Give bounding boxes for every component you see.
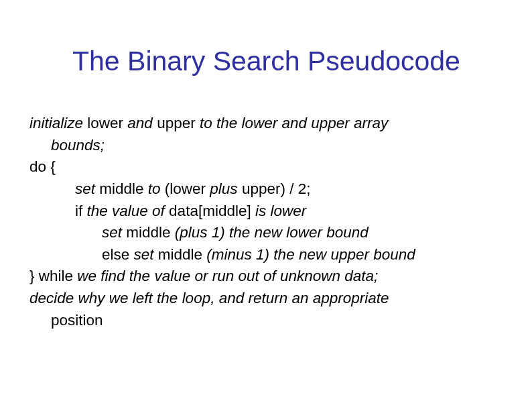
pseudocode-line-10: position: [29, 310, 503, 332]
kw-set: set: [102, 224, 122, 241]
kw-to: to: [148, 180, 161, 197]
pseudocode-line-3: do {: [29, 156, 503, 178]
txt: }: [29, 268, 39, 284]
kw-set: set: [134, 246, 154, 263]
kw-if: if: [75, 203, 87, 219]
kw-initialize: initialize: [29, 115, 83, 131]
kw-while: while: [39, 268, 78, 284]
kw-else: else: [102, 246, 134, 263]
txt: do {: [29, 158, 56, 175]
pseudocode-line-8: } while we find the value or run out of …: [29, 266, 503, 288]
slide: The Binary Search Pseudocode initialize …: [0, 0, 532, 399]
txt-ital: we find the value or run out of unknown …: [77, 268, 378, 284]
txt: (lower: [161, 180, 210, 197]
pseudocode-line-2: bounds;: [29, 135, 503, 157]
txt-ital: to the lower and upper array: [200, 115, 388, 131]
txt: middle: [154, 246, 207, 263]
txt: lower: [83, 115, 127, 131]
pseudocode-line-6: set middle (plus 1) the new lower bound: [29, 222, 503, 244]
kw-plus: plus: [210, 180, 237, 197]
pseudocode-line-5: if the value of data[middle] is lower: [29, 201, 503, 223]
txt: data[middle]: [169, 203, 255, 219]
txt-ital: the value of: [87, 203, 170, 219]
pseudocode-body: initialize lower and upper to the lower …: [29, 113, 503, 331]
txt-ital: (plus 1) the new lower bound: [175, 224, 369, 241]
txt: middle: [122, 224, 175, 241]
txt-ital: is lower: [255, 203, 306, 219]
kw-set: set: [75, 180, 95, 197]
kw-and: and: [127, 115, 153, 131]
txt-ital: bounds;: [51, 137, 105, 154]
pseudocode-line-1: initialize lower and upper to the lower …: [29, 113, 503, 135]
txt: position: [51, 312, 103, 329]
pseudocode-line-7: else set middle (minus 1) the new upper …: [29, 244, 503, 266]
txt: upper: [153, 115, 200, 131]
txt: middle: [95, 180, 148, 197]
pseudocode-line-4: set middle to (lower plus upper) / 2;: [29, 178, 503, 201]
txt-ital: (minus 1) the new upper bound: [206, 246, 415, 263]
txt-ital: decide why we left the loop, and return …: [29, 290, 389, 306]
slide-title: The Binary Search Pseudocode: [72, 46, 512, 77]
txt: upper) / 2;: [238, 180, 311, 197]
pseudocode-line-9: decide why we left the loop, and return …: [29, 288, 503, 310]
